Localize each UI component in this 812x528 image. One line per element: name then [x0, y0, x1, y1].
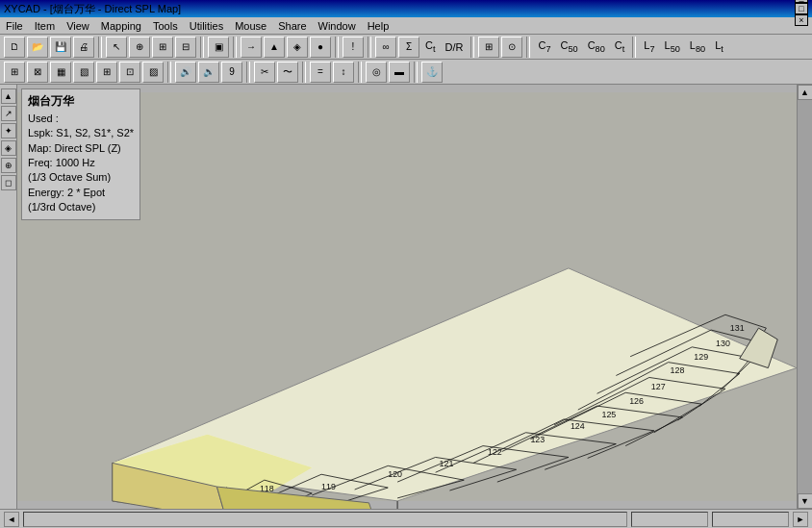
- tb2-btn3[interactable]: ▦: [50, 62, 71, 83]
- close-button[interactable]: ×: [795, 14, 808, 26]
- title-text: XYCAD - [烟台万华 - Direct SPL Map]: [4, 2, 181, 16]
- l80-label: L80: [686, 39, 709, 54]
- sep2-5: [414, 62, 418, 83]
- sep2-2: [246, 62, 250, 83]
- menu-window[interactable]: Window: [313, 18, 362, 34]
- svg-text:131: 131: [730, 323, 745, 333]
- circle-button[interactable]: ●: [310, 37, 331, 58]
- sep2-4: [358, 62, 362, 83]
- main-area: ▲ ↗ ✦ ◈ ⊕ ◻ 烟台万华 Used : Lspk: S1, S2, S1…: [0, 85, 812, 509]
- svg-text:129: 129: [694, 352, 708, 362]
- side-tool3[interactable]: ◈: [1, 140, 16, 156]
- scroll-track[interactable]: [798, 100, 813, 493]
- triangle-button[interactable]: ▲: [264, 37, 285, 58]
- energy-info: Energy: 2 * Epot: [28, 186, 134, 200]
- maximize-button[interactable]: □: [795, 3, 808, 14]
- sep-8: [632, 37, 636, 58]
- menu-item[interactable]: Item: [29, 18, 61, 34]
- status-scroll-left[interactable]: ◄: [4, 512, 19, 527]
- arrow-button[interactable]: →: [241, 37, 262, 58]
- tb2-btn4[interactable]: ▧: [73, 62, 94, 83]
- venue-name: 烟台万华: [28, 93, 134, 110]
- status-bar: ◄ ►: [0, 509, 812, 528]
- speaker-button[interactable]: ◈: [287, 37, 308, 58]
- side-tool5[interactable]: ◻: [1, 175, 16, 190]
- tb2-height[interactable]: ↕: [333, 62, 354, 83]
- svg-text:128: 128: [671, 366, 685, 376]
- save-button[interactable]: 💾: [50, 37, 71, 58]
- svg-text:120: 120: [388, 469, 402, 479]
- tb2-btn1[interactable]: ⊞: [4, 62, 25, 83]
- side-up-arrow[interactable]: ▲: [1, 88, 16, 104]
- tb2-num[interactable]: 9: [221, 62, 242, 83]
- sep-1: [98, 37, 102, 58]
- print-button[interactable]: 🖨: [73, 37, 94, 58]
- side-tool2[interactable]: ✦: [1, 123, 16, 138]
- tb2-bar[interactable]: ▬: [389, 62, 410, 83]
- c7-label: C7: [534, 39, 554, 54]
- menu-utilities[interactable]: Utilities: [184, 18, 229, 34]
- scroll-up-button[interactable]: ▲: [798, 85, 813, 100]
- tb2-scissors[interactable]: ✂: [254, 62, 275, 83]
- freq-info: Freq: 1000 Hz: [28, 156, 134, 170]
- menu-help[interactable]: Help: [362, 18, 395, 34]
- side-tool4[interactable]: ⊕: [1, 158, 16, 173]
- sep-7: [526, 37, 530, 58]
- tb2-eq[interactable]: =: [310, 62, 331, 83]
- menu-mapping[interactable]: Mapping: [95, 18, 147, 34]
- sum-button[interactable]: Σ: [398, 37, 419, 58]
- select-button[interactable]: ▣: [208, 37, 229, 58]
- menu-view[interactable]: View: [61, 18, 95, 34]
- menu-share[interactable]: Share: [272, 18, 312, 34]
- status-section-1: [23, 512, 627, 527]
- status-scroll-right[interactable]: ►: [793, 512, 808, 527]
- map-info: Map: Direct SPL (Z): [28, 141, 134, 156]
- toolbar-2: ⊞ ⊠ ▦ ▧ ⊞ ⊡ ▨ 🔊 🔉 9 ✂ 〜 = ↕ ◎ ▬ ⚓: [0, 60, 812, 85]
- ct-label: Ct: [421, 39, 440, 54]
- octave-info: (1/3 Octave Sum): [28, 170, 134, 185]
- tb2-btn6[interactable]: ⊡: [119, 62, 140, 83]
- lspk-info: Lspk: S1, S2, S1*, S2*: [28, 126, 134, 140]
- svg-text:130: 130: [716, 339, 730, 348]
- crosshair-button[interactable]: ⊕: [129, 37, 150, 58]
- left-sidebar: ▲ ↗ ✦ ◈ ⊕ ◻: [0, 85, 17, 509]
- exclaim-button[interactable]: !: [343, 37, 364, 58]
- cursor-button[interactable]: ↖: [106, 37, 127, 58]
- menu-tools[interactable]: Tools: [147, 18, 184, 34]
- grid-button[interactable]: ⊞: [478, 37, 499, 58]
- scroll-down-button[interactable]: ▼: [798, 493, 813, 509]
- svg-text:127: 127: [651, 382, 666, 391]
- tb2-btn7[interactable]: ▨: [142, 62, 164, 83]
- used-label: Used :: [28, 112, 134, 126]
- measure-button[interactable]: ⊙: [501, 37, 522, 58]
- tb2-btn5[interactable]: ⊞: [96, 62, 117, 83]
- tb2-wave[interactable]: 〜: [277, 62, 298, 83]
- tb2-vol[interactable]: 🔊: [175, 62, 196, 83]
- zoom-out-button[interactable]: ⊟: [175, 37, 196, 58]
- new-button[interactable]: 🗋: [4, 37, 25, 58]
- menu-file[interactable]: File: [0, 18, 29, 34]
- tb2-vol2[interactable]: 🔉: [198, 62, 219, 83]
- ct2-label: Ct: [611, 39, 629, 54]
- canvas-area[interactable]: 烟台万华 Used : Lspk: S1, S2, S1*, S2* Map: …: [17, 85, 797, 509]
- link-button[interactable]: ∞: [375, 37, 396, 58]
- right-scrollbar: ▲ ▼: [797, 85, 812, 509]
- menu-mouse[interactable]: Mouse: [229, 18, 272, 34]
- side-tool1[interactable]: ↗: [1, 106, 16, 121]
- sep2-3: [302, 62, 306, 83]
- sep-5: [368, 37, 371, 58]
- sep-2: [200, 37, 204, 58]
- status-section-2: [631, 512, 708, 527]
- title-bar: XYCAD - [烟台万华 - Direct SPL Map] _ □ ×: [0, 0, 812, 17]
- zoom-in-button[interactable]: ⊞: [152, 37, 173, 58]
- tb2-anchor[interactable]: ⚓: [421, 62, 443, 83]
- title-buttons: _ □ ×: [795, 0, 808, 26]
- l50-label: L50: [661, 39, 684, 54]
- menu-bar: File Item View Mapping Tools Utilities M…: [0, 17, 812, 35]
- toolbar-1: 🗋 📂 💾 🖨 ↖ ⊕ ⊞ ⊟ ▣ → ▲ ◈ ● ! ∞ Σ Ct D/R ⊞…: [0, 35, 812, 60]
- c80-label: C80: [584, 39, 609, 54]
- info-panel: 烟台万华 Used : Lspk: S1, S2, S1*, S2* Map: …: [21, 88, 140, 220]
- tb2-circ[interactable]: ◎: [366, 62, 387, 83]
- open-button[interactable]: 📂: [27, 37, 48, 58]
- tb2-btn2[interactable]: ⊠: [27, 62, 48, 83]
